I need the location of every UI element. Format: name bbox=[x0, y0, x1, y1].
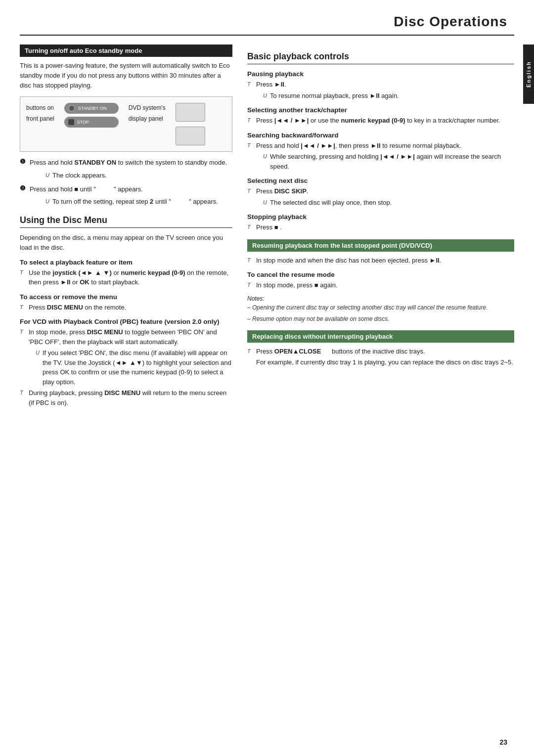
replacing-t: T Press OPEN▲CLOSE buttons of the inacti… bbox=[247, 347, 514, 356]
next-disc-u-text: The selected disc will play once, then s… bbox=[270, 198, 514, 208]
pausing-t-text: Press ►II. bbox=[256, 80, 514, 89]
cancel-resume-heading: To cancel the resume mode bbox=[247, 271, 514, 278]
searching-t: T Press and hold |◄◄ / ►►|, then press ►… bbox=[247, 141, 514, 151]
front-panel-diagram: STANDBY ON STOP bbox=[64, 103, 119, 128]
cancel-resume-text: In stop mode, press ■ again. bbox=[256, 280, 514, 290]
track-t-text: Press |◄◄ / ►►| or use the numeric keypa… bbox=[256, 116, 514, 126]
basic-controls-title: Basic playback controls bbox=[247, 51, 514, 64]
disc-menu-body: Depending on the disc, a menu may appear… bbox=[20, 233, 232, 253]
searching-t-text: Press and hold |◄◄ / ►►|, then press ►II… bbox=[256, 141, 514, 151]
standby-button-diagram: STANDBY ON bbox=[64, 103, 119, 114]
resuming-t: T In stop mode and when the disc has not… bbox=[247, 256, 514, 266]
left-column: Turning on/off auto Eco standby mode Thi… bbox=[20, 44, 232, 409]
next-disc-heading: Selecting next disc bbox=[247, 177, 514, 184]
t-marker-track: T bbox=[247, 116, 256, 125]
notes-label: Notes: bbox=[247, 295, 514, 302]
pausing-u-text: To resume normal playback, press ►II aga… bbox=[270, 91, 514, 101]
stopping-t: T Press ■ . bbox=[247, 222, 514, 232]
step-1-sub-text: The clock appears. bbox=[52, 171, 232, 180]
step-1-sub: U The clock appears. bbox=[39, 171, 232, 180]
access-menu-heading: To access or remove the menu bbox=[20, 293, 232, 301]
display-panel-diagram bbox=[176, 103, 205, 145]
replacing-header: Replacing discs without interrupting pla… bbox=[247, 330, 514, 343]
searching-u-text: While searching, pressing and holding |◄… bbox=[270, 152, 514, 171]
u-marker-pause: U bbox=[263, 91, 270, 100]
select-feature-t: T Use the joystick (◄► ▲ ▼) or numeric k… bbox=[20, 268, 232, 287]
diagram-labels-left: buttons on front panel bbox=[26, 103, 54, 124]
pbc-t1: T In stop mode, press DISC MENU to toggl… bbox=[20, 327, 232, 347]
track-t: T Press |◄◄ / ►►| or use the numeric key… bbox=[247, 116, 514, 126]
page-number: 23 bbox=[499, 738, 507, 746]
note-1: – Opening the current disc tray or selec… bbox=[247, 303, 514, 312]
page-title: Disc Operations bbox=[0, 0, 534, 35]
select-feature-heading: To select a playback feature or item bbox=[20, 259, 232, 266]
access-menu-t: T Press DISC MENU on the remote. bbox=[20, 303, 232, 312]
resuming-section: Resuming playback from the last stopped … bbox=[247, 239, 514, 323]
u-marker-2: U bbox=[45, 197, 52, 206]
right-column: English Basic playback controls Pausing … bbox=[247, 44, 514, 409]
step-2-number: ❷ bbox=[20, 184, 30, 192]
access-menu-text: Press DISC MENU on the remote. bbox=[29, 303, 232, 312]
next-disc-t-text: Press DISC SKIP. bbox=[256, 186, 514, 196]
resuming-t-text: In stop mode and when the disc has not b… bbox=[256, 256, 514, 266]
pbc-u1: U If you select 'PBC ON', the disc menu … bbox=[29, 348, 232, 387]
t-marker-select: T bbox=[20, 268, 29, 277]
step-2-content: Press and hold ■ until " " appears. U To… bbox=[30, 184, 232, 208]
stopping-t-text: Press ■ . bbox=[256, 222, 514, 232]
resuming-header: Resuming playback from the last stopped … bbox=[247, 239, 514, 252]
t-marker-replace: T bbox=[247, 347, 256, 356]
pbc-t2-text: During playback, pressing DISC MENU will… bbox=[29, 388, 232, 407]
next-disc-u: U The selected disc will play once, then… bbox=[256, 198, 514, 208]
t-marker-search: T bbox=[247, 141, 256, 150]
cancel-resume-t: T In stop mode, press ■ again. bbox=[247, 280, 514, 290]
pausing-heading: Pausing playback bbox=[247, 70, 514, 78]
replacing-section: Replacing discs without interrupting pla… bbox=[247, 330, 514, 368]
stop-button-diagram: STOP bbox=[64, 117, 119, 128]
t-marker-resume: T bbox=[247, 256, 256, 265]
eco-section: Turning on/off auto Eco standby mode Thi… bbox=[20, 44, 232, 208]
diagram-labels-right: DVD system's display panel bbox=[129, 103, 166, 124]
pausing-u: U To resume normal playback, press ►II a… bbox=[256, 91, 514, 101]
pbc-t1-text: In stop mode, press DISC MENU to toggle … bbox=[29, 327, 232, 347]
pbc-t2: T During playback, pressing DISC MENU wi… bbox=[20, 388, 232, 407]
replacing-body: For example, if currently disc tray 1 is… bbox=[256, 357, 514, 367]
pausing-t: T Press ►II. bbox=[247, 80, 514, 89]
select-feature-text: Use the joystick (◄► ▲ ▼) or numeric key… bbox=[29, 268, 232, 287]
t-marker-disc: T bbox=[247, 186, 256, 195]
pbc-heading: For VCD with Playback Control (PBC) feat… bbox=[20, 318, 232, 325]
display-screen-1 bbox=[176, 103, 205, 122]
stopping-heading: Stopping playback bbox=[247, 213, 514, 221]
display-screen-2 bbox=[176, 127, 205, 145]
t-marker-pbc2: T bbox=[20, 388, 29, 397]
disc-menu-title: Using the Disc Menu bbox=[20, 215, 232, 228]
step-1-content: Press and hold STANDBY ON to switch the … bbox=[30, 158, 232, 181]
replacing-t-text: Press OPEN▲CLOSE buttons of the inactive… bbox=[256, 347, 514, 356]
note-2: – Resume option may not be available on … bbox=[247, 314, 514, 323]
searching-u: U While searching, pressing and holding … bbox=[256, 152, 514, 171]
eco-header: Turning on/off auto Eco standby mode bbox=[20, 44, 232, 57]
t-marker-cancel: T bbox=[247, 280, 256, 289]
next-disc-t: T Press DISC SKIP. bbox=[247, 186, 514, 196]
t-marker-access: T bbox=[20, 303, 29, 311]
step-1-number: ❶ bbox=[20, 158, 30, 165]
t-marker-pbc1: T bbox=[20, 327, 29, 336]
u-marker-disc: U bbox=[263, 198, 270, 207]
step-2-sub: U To turn off the setting, repeat step 2… bbox=[39, 197, 232, 207]
step-2: ❷ Press and hold ■ until " " appears. U … bbox=[20, 184, 232, 208]
disc-menu-section: Using the Disc Menu Depending on the dis… bbox=[20, 215, 232, 408]
t-marker-pause: T bbox=[247, 80, 256, 89]
u-marker-pbc1: U bbox=[36, 348, 43, 357]
english-tab: English bbox=[523, 44, 534, 104]
t-marker-stop: T bbox=[247, 222, 256, 231]
searching-heading: Searching backward/forward bbox=[247, 132, 514, 139]
u-marker-search: U bbox=[263, 152, 270, 161]
u-marker-1: U bbox=[45, 171, 52, 179]
eco-diagram: buttons on front panel STANDBY ON STOP D… bbox=[20, 96, 232, 152]
eco-body: This is a power-saving feature, the syst… bbox=[20, 61, 232, 90]
step-1: ❶ Press and hold STANDBY ON to switch th… bbox=[20, 158, 232, 181]
notes-section: Notes: – Opening the current disc tray o… bbox=[247, 295, 514, 323]
pbc-u1-text: If you select 'PBC ON', the disc menu (i… bbox=[43, 348, 232, 387]
track-heading: Selecting another track/chapter bbox=[247, 106, 514, 114]
step-2-sub-text: To turn off the setting, repeat step 2 u… bbox=[52, 197, 232, 207]
